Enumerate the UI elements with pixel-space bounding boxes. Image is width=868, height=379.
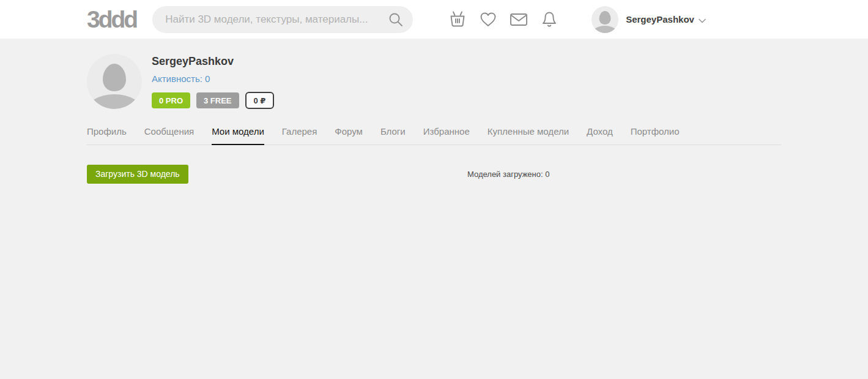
upload-model-button[interactable]: Загрузить 3D модель — [87, 165, 188, 184]
avatar-head-shape — [599, 11, 611, 24]
chevron-down-icon — [699, 15, 706, 26]
activity-link[interactable]: Активность: 0 — [152, 73, 274, 84]
profile-page: SergeyPashkov Активность: 0 0 PRO 3 FREE… — [87, 39, 781, 183]
profile-header: SergeyPashkov Активность: 0 0 PRO 3 FREE… — [87, 54, 781, 109]
tab-income[interactable]: Доход — [587, 126, 613, 145]
free-badge: 3 FREE — [196, 92, 239, 108]
balance-badge: 0 ₽ — [245, 92, 275, 109]
models-count-label: Моделей загружено: 0 — [467, 170, 549, 179]
top-header: 3ddd — [0, 0, 868, 39]
tab-profile[interactable]: Профиль — [87, 126, 127, 145]
search-icon[interactable] — [388, 12, 403, 27]
tab-my-models[interactable]: Мои модели — [212, 126, 264, 145]
header-avatar[interactable] — [592, 6, 618, 33]
tab-purchased-models[interactable]: Купленные модели — [488, 126, 569, 145]
pro-badge: 0 PRO — [152, 92, 190, 108]
search-input[interactable] — [152, 6, 413, 33]
models-toolbar: Загрузить 3D модель Моделей загружено: 0 — [87, 165, 781, 183]
badge-row: 0 PRO 3 FREE 0 ₽ — [152, 92, 274, 109]
search-bar — [152, 6, 413, 33]
tab-favorites[interactable]: Избранное — [423, 126, 470, 145]
basket-icon[interactable] — [448, 9, 467, 30]
profile-avatar[interactable] — [87, 54, 142, 109]
profile-tabs: Профиль Сообщения Мои модели Галерея Фор… — [87, 126, 781, 145]
header-username[interactable]: SergeyPashkov — [626, 14, 694, 24]
header-icon-group — [448, 9, 558, 30]
profile-info: SergeyPashkov Активность: 0 0 PRO 3 FREE… — [152, 54, 274, 109]
mail-icon[interactable] — [510, 9, 528, 30]
avatar-head-shape — [103, 64, 126, 91]
site-logo[interactable]: 3ddd — [87, 7, 136, 31]
avatar-shoulders-shape — [87, 94, 142, 109]
tab-gallery[interactable]: Галерея — [282, 126, 317, 145]
heart-icon[interactable] — [479, 9, 497, 30]
avatar-shoulders-shape — [592, 26, 618, 33]
profile-name: SergeyPashkov — [152, 55, 274, 68]
user-menu[interactable]: SergeyPashkov — [592, 6, 706, 33]
tab-portfolio[interactable]: Портфолио — [631, 126, 680, 145]
tab-blogs[interactable]: Блоги — [380, 126, 406, 145]
tab-forum[interactable]: Форум — [335, 126, 363, 145]
bell-icon[interactable] — [540, 9, 558, 30]
tab-messages[interactable]: Сообщения — [144, 126, 194, 145]
